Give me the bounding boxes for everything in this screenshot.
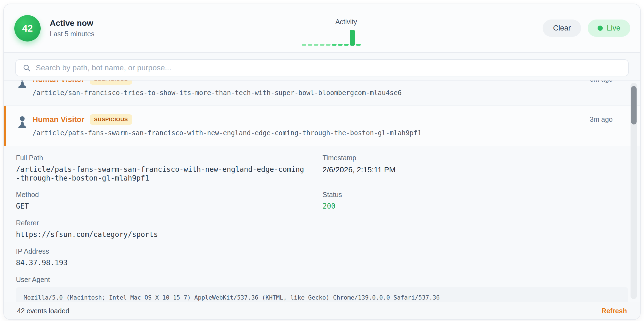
active-now-title: Active now: [50, 18, 95, 28]
method-field: Method GET: [16, 191, 306, 211]
user-agent-field: User Agent Mozilla/5.0 (Macintosh; Intel…: [16, 276, 628, 302]
activity-bar: [320, 44, 324, 46]
footer: 42 events loaded Refresh: [4, 302, 640, 319]
human-visitor-icon: [16, 81, 28, 89]
timestamp-label: Timestamp: [323, 154, 628, 162]
activity-bar: [332, 44, 337, 46]
active-count: 42: [22, 23, 33, 34]
activity-bar: [338, 44, 343, 46]
search-section: [4, 53, 640, 81]
event-row-main: Human Visitor SUSPICIOUS /article/san-fr…: [32, 81, 402, 97]
human-visitor-icon: [16, 115, 28, 129]
live-status-pill[interactable]: Live: [588, 20, 630, 37]
user-agent-value: Mozilla/5.0 (Macintosh; Intel Mac OS X 1…: [16, 287, 628, 302]
timestamp-value: 2/6/2026, 2:15:11 PM: [323, 165, 628, 175]
live-traffic-panel: 42 Active now Last 5 minutes Activity Cl…: [3, 4, 641, 320]
active-count-badge: 42: [14, 15, 41, 41]
header-actions: Clear Live: [543, 20, 630, 37]
scrollbar-track[interactable]: [631, 83, 637, 299]
method-value: GET: [16, 202, 306, 211]
referer-label: Referer: [16, 219, 306, 227]
event-row-main: Human Visitor SUSPICIOUS /article/pats-f…: [32, 114, 421, 137]
full-path-field: Full Path /article/pats-fans-swarm-san-f…: [16, 154, 306, 182]
active-now-subtitle: Last 5 minutes: [50, 30, 95, 38]
status-value: 200: [323, 202, 628, 211]
clear-button[interactable]: Clear: [543, 20, 581, 37]
refresh-button[interactable]: Refresh: [601, 307, 627, 315]
suspicious-badge: SUSPICIOUS: [90, 114, 132, 125]
events-loaded-status: 42 events loaded: [17, 307, 69, 315]
event-time: 3m ago: [590, 81, 613, 83]
live-dot-icon: [598, 26, 603, 31]
scrollbar-thumb[interactable]: [631, 86, 637, 124]
activity-bar: [314, 44, 318, 46]
header-texts: Active now Last 5 minutes: [50, 18, 95, 38]
search-box[interactable]: [15, 59, 629, 76]
event-path: /article/san-francisco-tries-to-show-its…: [32, 89, 402, 97]
status-field: Status 200: [323, 191, 628, 211]
activity-bar: [344, 44, 349, 46]
timestamp-field: Timestamp 2/6/2026, 2:15:11 PM: [323, 154, 628, 182]
activity-bar: [350, 30, 355, 46]
event-time: 3m ago: [590, 114, 613, 123]
activity-label: Activity: [335, 18, 357, 26]
activity-bar: [302, 44, 306, 46]
live-label: Live: [607, 24, 620, 32]
activity-bars-chart: [302, 29, 361, 46]
activity-bar: [356, 44, 361, 46]
full-path-value: /article/pats-fans-swarm-san-francisco-w…: [16, 165, 306, 182]
suspicious-badge: SUSPICIOUS: [90, 81, 132, 85]
ip-address-field: IP Address 84.37.98.193: [16, 247, 306, 267]
referer-field: Referer https://sfsun.com/category/sport…: [16, 219, 306, 239]
event-scroll-area: Human Visitor SUSPICIOUS /article/san-fr…: [4, 81, 640, 302]
activity-sparkline: Activity: [300, 18, 362, 46]
ip-address-label: IP Address: [16, 247, 306, 255]
event-path: /article/pats-fans-swarm-san-francisco-w…: [32, 129, 421, 137]
user-agent-label: User Agent: [16, 276, 628, 284]
status-label: Status: [323, 191, 628, 199]
ip-address-value: 84.37.98.193: [16, 259, 306, 267]
search-icon: [23, 64, 31, 72]
visitor-name: Human Visitor: [32, 81, 84, 84]
activity-bar: [308, 44, 312, 46]
event-detail-panel: Full Path /article/pats-fans-swarm-san-f…: [4, 146, 640, 302]
search-input[interactable]: [36, 63, 621, 72]
event-row[interactable]: Human Visitor SUSPICIOUS /article/san-fr…: [4, 81, 640, 106]
method-label: Method: [16, 191, 306, 199]
referer-value: https://sfsun.com/category/sports: [16, 230, 306, 239]
event-row-selected[interactable]: Human Visitor SUSPICIOUS /article/pats-f…: [4, 106, 640, 146]
full-path-label: Full Path: [16, 154, 306, 162]
header: 42 Active now Last 5 minutes Activity Cl…: [4, 4, 640, 53]
activity-bar: [326, 44, 331, 46]
visitor-name: Human Visitor: [32, 115, 84, 124]
